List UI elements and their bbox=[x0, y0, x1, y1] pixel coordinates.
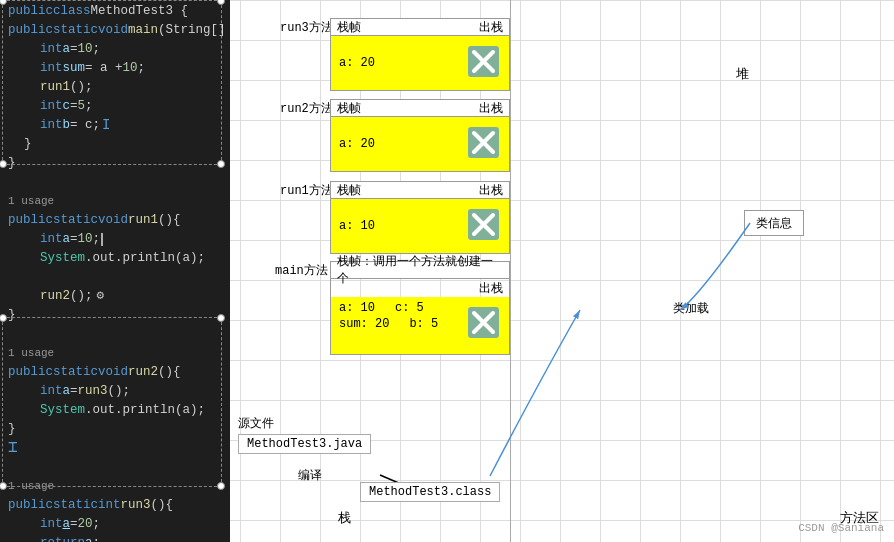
run2-frame-body: a: 20 bbox=[330, 117, 510, 172]
main-c: c: 5 bbox=[395, 301, 424, 315]
main-a: a: 10 bbox=[339, 301, 375, 315]
code-line-usage1: 1 usage bbox=[0, 192, 230, 211]
run3-frame-body: a: 20 bbox=[330, 36, 510, 91]
source-label: 源文件 bbox=[238, 415, 371, 432]
run1-chu-label: 出栈 bbox=[479, 182, 503, 199]
code-line-run1-println: System.out.println(a); bbox=[0, 249, 230, 268]
code-line-run1: public static void run1(){ bbox=[0, 211, 230, 230]
viz-area: 堆 类信息 类加载 run3方法 栈帧 出栈 a: 20 run2方法 栈帧 出… bbox=[230, 0, 894, 542]
run2-zhan-label: 栈帧 bbox=[337, 100, 361, 117]
run2-frame-header: 栈帧 出栈 bbox=[330, 99, 510, 117]
lei-jiazai-label: 类加载 bbox=[673, 300, 709, 317]
run1-x-mark bbox=[466, 207, 501, 242]
selection-box-run3 bbox=[2, 317, 222, 487]
run2-method-label: run2方法 bbox=[280, 100, 333, 117]
code-line-run1-a: int a = 10; bbox=[0, 230, 230, 249]
run1-method-label: run1方法 bbox=[280, 182, 333, 199]
code-panel: public class MethodTest3 { public static… bbox=[0, 0, 230, 542]
code-line-blank2 bbox=[0, 268, 230, 287]
code-line-run3-return: return a; bbox=[0, 534, 230, 542]
main-x-mark bbox=[466, 305, 501, 340]
code-line-run3-a: int a = 20; bbox=[0, 515, 230, 534]
main-method-label: main方法 bbox=[275, 262, 328, 279]
run1-zhan-label: 栈帧 bbox=[337, 182, 361, 199]
run2-chu-label: 出栈 bbox=[479, 100, 503, 117]
run3-method-label: run3方法 bbox=[280, 19, 333, 36]
run3-zhan-label: 栈帧 bbox=[337, 19, 361, 36]
run2-x-mark bbox=[466, 125, 501, 160]
run3-frame-header: 栈帧 出栈 bbox=[330, 18, 510, 36]
source-area: 源文件 MethodTest3.java bbox=[238, 415, 371, 454]
main-frame-body: a: 10 c: 5 sum: 20 b: 5 bbox=[330, 297, 510, 355]
run1-frame-content: a: 10 bbox=[339, 219, 375, 233]
code-line-blank1 bbox=[0, 173, 230, 192]
source-file-box: MethodTest3.java bbox=[238, 434, 371, 454]
run3-chu-label: 出栈 bbox=[479, 19, 503, 36]
main-b: b: 5 bbox=[409, 317, 438, 331]
zhan-bottom-label: 栈 bbox=[338, 509, 351, 527]
heap-label: 堆 bbox=[736, 65, 749, 83]
main-frame-header: 栈帧：调用一个方法就创建一个 bbox=[330, 261, 510, 279]
watermark: CSDN @Saniana bbox=[798, 522, 884, 534]
main-sum: sum: 20 bbox=[339, 317, 389, 331]
class-file-box: MethodTest3.class bbox=[360, 482, 500, 502]
code-line-run2-call: run2(); ⚙ bbox=[0, 287, 230, 306]
compile-label: 编译 bbox=[298, 467, 322, 484]
class-info-box: 类信息 bbox=[744, 210, 804, 236]
stack-divider bbox=[510, 0, 511, 542]
run2-frame-content: a: 20 bbox=[339, 137, 375, 151]
code-line-run3: public static int run3(){ bbox=[0, 496, 230, 515]
run1-frame-header: 栈帧 出栈 bbox=[330, 181, 510, 199]
run3-x-mark bbox=[466, 44, 501, 79]
main-frame-chuzhan: 出栈 bbox=[330, 279, 510, 297]
run3-frame-content: a: 20 bbox=[339, 56, 375, 70]
run1-frame-body: a: 10 bbox=[330, 199, 510, 254]
selection-box-main bbox=[2, 0, 222, 165]
